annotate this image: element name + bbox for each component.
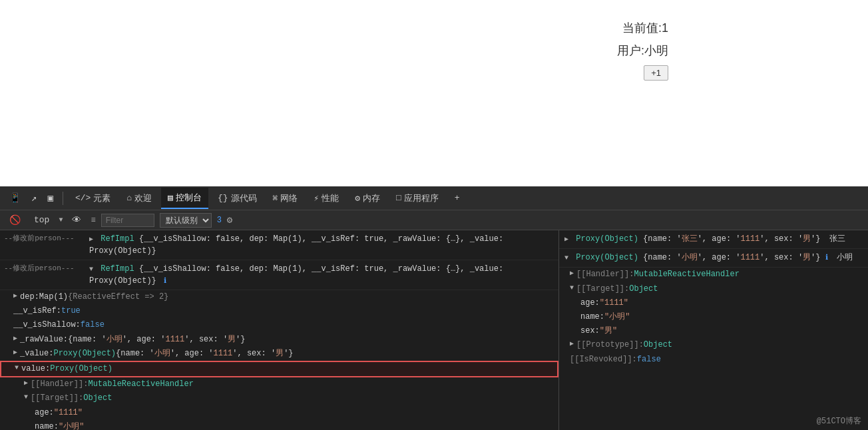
tab-more[interactable]: + — [448, 189, 467, 207]
filter-input[interactable] — [101, 214, 154, 227]
name-row-left: name: "小明" — [0, 420, 558, 430]
before-content: ▶ RefImpl {__v_isShallow: false, dep: Ma… — [87, 232, 558, 258]
before-expand-icon[interactable]: ▶ — [89, 236, 93, 243]
elements-icon: </> — [75, 193, 91, 203]
target-right-row: ▼ [[Target]]: Object — [559, 282, 868, 296]
sources-icon: {} — [218, 193, 228, 203]
devtools-panel: 📱 ↗ ▣ </> 元素 ⌂ 欢迎 ▤ 控制台 {} 源代码 ⌘ 网络 ⚡ 性能… — [0, 186, 868, 430]
rawvalue-row: ▶ _rawValue: {name: '小明', age: '1111', s… — [0, 333, 558, 347]
after-info-icon-right: ℹ — [825, 254, 828, 262]
vref-row: __v_isRef: true — [0, 304, 558, 318]
layout-icon[interactable]: ▣ — [43, 190, 57, 206]
console-toolbar: 🚫 top ▼ 👁 ≡ 默认级别 3 ⚙ — [0, 210, 868, 230]
console-content: --修改前person--- ▶ RefImpl {__v_isShallow:… — [0, 230, 868, 430]
watermark: @51CTO博客 — [817, 415, 861, 427]
info-icon: ℹ — [164, 277, 166, 285]
handler-row: ▶ [[Handler]]: MutableReactiveHandler — [0, 377, 558, 391]
age-right-row: age: "1111" — [559, 296, 868, 310]
before-person-row: --修改前person--- ▶ RefImpl {__v_isShallow:… — [0, 230, 558, 260]
after-right-row: ▼ Proxy(Object) {name: '小明', age: '1111'… — [559, 249, 868, 268]
console-icon: ▤ — [168, 192, 173, 203]
clear-console-icon[interactable]: 🚫 — [5, 212, 25, 228]
vshallow-row: __v_isShallow: false — [0, 318, 558, 332]
prototype-right-row: ▶ [[Prototype]]: Object — [559, 338, 868, 352]
revoked-right-row: [[IsRevoked]]: false — [559, 353, 868, 367]
toolbar-separator — [63, 192, 63, 205]
filter-prefix-icon: ≡ — [91, 216, 95, 225]
target-row: ▼ [[Target]]: Object — [0, 391, 558, 405]
tab-console[interactable]: ▤ 控制台 — [161, 188, 208, 209]
tab-memory[interactable]: ⚙ 内存 — [348, 188, 387, 208]
value-proxy-expand-row: ▶ _value: Proxy(Object) {name: '小明', age… — [0, 347, 558, 361]
before-right-row: ▶ Proxy(Object) {name: '张三', age: '1111'… — [559, 230, 868, 249]
after-right-expand[interactable]: ▼ — [564, 254, 568, 262]
plus-button[interactable]: +1 — [644, 65, 668, 81]
tab-performance[interactable]: ⚡ 性能 — [307, 188, 345, 208]
memory-icon: ⚙ — [355, 193, 360, 204]
value-highlight-expand-icon[interactable]: ▼ — [15, 363, 19, 373]
dep-row: ▶ dep: Map(1) {ReactiveEffect => 2} — [0, 290, 558, 304]
app-area: 当前值:1 用户:小明 +1 — [0, 0, 868, 186]
top-label: top — [30, 212, 53, 228]
tab-application[interactable]: □ 应用程序 — [389, 188, 445, 208]
age-row-left: age: "1111" — [0, 406, 558, 420]
application-icon: □ — [396, 193, 401, 203]
inspect-icon[interactable]: ↗ — [27, 190, 41, 206]
after-label: --修改后person--- — [0, 262, 87, 274]
handler-expand-icon[interactable]: ▶ — [24, 378, 28, 389]
devtools-toolbar: 📱 ↗ ▣ </> 元素 ⌂ 欢迎 ▤ 控制台 {} 源代码 ⌘ 网络 ⚡ 性能… — [0, 186, 868, 210]
performance-icon: ⚡ — [314, 193, 319, 204]
tab-welcome[interactable]: ⌂ 欢迎 — [120, 188, 158, 208]
before-right-expand[interactable]: ▶ — [564, 236, 568, 243]
tab-network[interactable]: ⌘ 网络 — [266, 188, 305, 208]
target-expand-icon[interactable]: ▼ — [24, 392, 28, 403]
after-person-row: --修改后person--- ▼ RefImpl {__v_isShallow:… — [0, 260, 558, 290]
user-label: 用户:小明 — [617, 43, 668, 59]
message-count: 3 — [217, 216, 222, 225]
console-settings-icon[interactable]: ⚙ — [227, 214, 232, 226]
network-icon: ⌘ — [273, 193, 278, 204]
welcome-icon: ⌂ — [126, 193, 132, 203]
current-value-label: 当前值:1 — [622, 20, 668, 36]
after-expand-icon[interactable]: ▼ — [89, 266, 93, 273]
handler-right-expand[interactable]: ▶ — [570, 268, 574, 279]
after-content: ▼ RefImpl {__v_isShallow: false, dep: Ma… — [87, 262, 558, 288]
handler-right-row: ▶ [[Handler]]: MutableReactiveHandler — [559, 268, 868, 282]
sex-right-row: sex: "男" — [559, 324, 868, 338]
device-toggle-icon[interactable]: 📱 — [5, 190, 25, 206]
value-highlighted-row: ▼ value: Proxy(Object) — [0, 361, 558, 377]
name-right-row: name: "小明" — [559, 310, 868, 324]
left-panel: --修改前person--- ▶ RefImpl {__v_isShallow:… — [0, 230, 559, 430]
target-right-expand[interactable]: ▼ — [570, 283, 574, 294]
top-dropdown-arrow[interactable]: ▼ — [59, 216, 63, 224]
before-label: --修改前person--- — [0, 232, 87, 244]
show-sidebar-icon[interactable]: 👁 — [68, 212, 85, 228]
dep-expand-icon[interactable]: ▶ — [13, 291, 17, 302]
tab-elements[interactable]: </> 元素 — [69, 188, 117, 208]
value-expand-icon[interactable]: ▶ — [13, 347, 17, 358]
right-panel: ▶ Proxy(Object) {name: '张三', age: '1111'… — [559, 230, 868, 430]
level-select[interactable]: 默认级别 — [160, 213, 212, 228]
rawvalue-expand-icon[interactable]: ▶ — [13, 333, 17, 344]
prototype-right-expand[interactable]: ▶ — [570, 339, 574, 349]
tab-sources[interactable]: {} 源代码 — [211, 188, 264, 208]
